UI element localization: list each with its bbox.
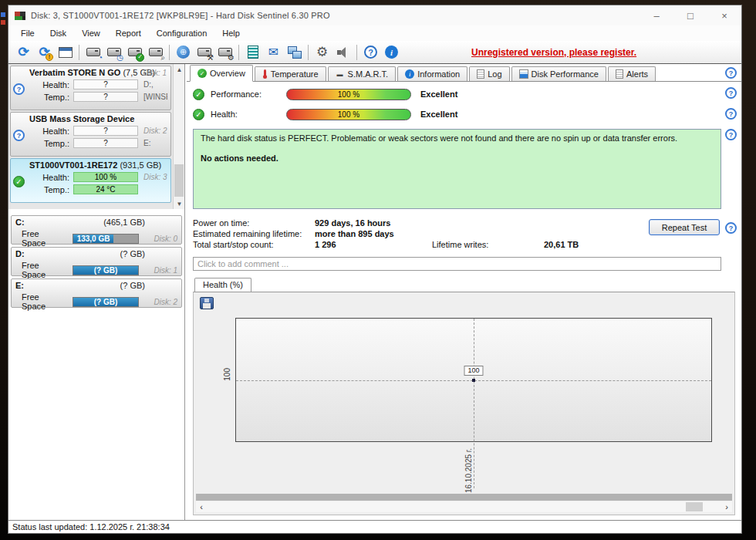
help-context-icon[interactable]: ? [725,129,737,140]
tab-smart[interactable]: ▬S.M.A.R.T. [328,66,397,81]
scrollbar-thumb[interactable] [174,164,184,197]
info-icon[interactable]: i [381,42,402,62]
disk-card-2[interactable]: USB Mass Storage Device ? Health:?Disk: … [10,112,171,157]
partition-card-d[interactable]: D:(? GB) Free Space (? GB) Disk: 1 [11,247,182,276]
document-icon [477,69,484,79]
network-disk-icon[interactable]: ⊕ [173,42,194,62]
help-context-icon[interactable]: ? [725,108,737,120]
help-context-icon[interactable]: ? [725,87,737,99]
health-gauge: 100 % [286,109,411,120]
disk-tools-icon[interactable]: ⚒ [194,42,214,62]
menu-help[interactable]: Help [214,27,248,39]
info-icon: i [405,69,414,79]
partition-card-c[interactable]: C:(465,1 GB) Free Space 133,0 GB Disk: 0 [11,215,182,245]
refresh-warning-icon[interactable]: ⟳! [34,42,55,62]
tab-log[interactable]: Log [469,66,509,81]
performance-label: Performance: [211,89,286,99]
save-chart-icon[interactable] [200,297,214,309]
sounds-icon[interactable] [332,42,353,62]
status-action-text: No actions needed. [201,154,714,163]
ok-status-icon: ✓ [193,109,204,120]
menu-view[interactable]: View [74,27,108,39]
chart-icon [519,69,528,79]
comment-input[interactable] [193,257,721,271]
toolbar: ⟳ ⟳! ◔ ◷ ✓ ⌕ ⊕ ⚒ ⚙ ✉ ⚙ ? i Unregistered … [8,41,741,64]
tab-bar: ✓Overview Temperature ▬S.M.A.R.T. iInfor… [187,64,741,82]
help-context-icon[interactable]: ? [725,67,737,79]
chart-plot-area: 100 [235,318,712,442]
question-status-icon[interactable]: ? [13,130,25,141]
mail-icon[interactable]: ✉ [263,42,284,62]
question-status-icon[interactable]: ? [13,83,25,95]
free-space-bar: (? GB) [73,265,139,275]
partition-card-e[interactable]: E:(? GB) Free Space (? GB) Disk: 2 [11,278,182,308]
menu-file[interactable]: File [13,27,42,39]
health-row: ✓ Health: 100 % Excellent [193,106,721,122]
performance-rating: Excellent [420,89,457,99]
data-point-label: 100 [464,366,483,376]
drive-letters: D:, [143,80,167,89]
settings-gear-icon[interactable]: ⚙ [312,42,332,62]
menu-configuration[interactable]: Configuration [149,27,214,39]
toolbar-separator [238,45,239,60]
chart-scrollbar[interactable]: ‹ › [196,501,732,512]
scroll-left-icon[interactable]: ‹ [196,501,207,512]
scroll-right-icon[interactable]: › [721,501,732,512]
menu-report[interactable]: Report [108,27,149,39]
free-space-bar: 133,0 GB [73,234,139,244]
disk-number-label: Disk: 2 [154,298,177,306]
minimize-button[interactable]: – [640,5,673,25]
document-icon [616,69,623,79]
disk-card-1[interactable]: Verbatim STORE N GO (7,5 GB) Disk: 1 ? H… [10,66,171,110]
disk-schedule-icon[interactable]: ◷ [103,42,124,62]
menu-disk[interactable]: Disk [42,27,74,39]
performance-gauge: 100 % [286,89,411,100]
log-notes-icon[interactable] [242,42,263,62]
power-on-value: 929 days, 16 hours [315,218,432,228]
tab-alerts[interactable]: Alerts [608,66,656,81]
temp-value: ? [73,138,138,148]
help-icon[interactable]: ? [360,42,381,62]
unregistered-link[interactable]: Unregistered version, please register. [471,47,636,58]
main-content: ? ? ? ? ? ✓Overview Temperature ▬S.M.A.R… [185,64,741,520]
scroll-up-icon[interactable]: ▲ [174,64,185,75]
close-button[interactable]: × [707,5,741,25]
tab-temperature[interactable]: Temperature [255,66,326,81]
repeat-test-button[interactable]: Repeat Test [649,219,720,235]
scroll-down-icon[interactable]: ▼ [174,198,185,209]
smart-icon: ▬ [336,69,345,79]
maximize-button[interactable]: □ [673,5,707,25]
chart-tab-health[interactable]: Health (%) [194,278,251,292]
help-context-icon[interactable]: ? [725,222,737,234]
data-point [472,379,475,382]
volume-label: [WINSETU [143,93,167,101]
disk-repair-icon[interactable]: ⚙ [214,42,235,62]
disk-clock-icon[interactable]: ◔ [83,42,103,62]
status-last-updated: Status last updated: 1.12.2025 г. 21:38:… [12,522,170,532]
health-rating: Excellent [420,110,457,119]
disk-ok-icon[interactable]: ✓ [124,42,145,62]
disk-card-3-selected[interactable]: ST1000VT001-1RE172 (931,5 GB) ✓ Health:1… [10,158,171,203]
scrollbar-thumb[interactable] [686,502,703,511]
tab-information[interactable]: iInformation [397,66,467,81]
title-bar[interactable]: Disk: 3, ST1000VT001-1RE172 [WKP8LR9E] -… [8,5,741,25]
health-chart-panel: Health (%) 100 100 16.10.2025 г. ‹ [193,277,735,515]
toolbar-separator [308,45,309,60]
health-value: ? [73,79,138,89]
report-icon[interactable] [55,42,76,62]
x-axis-tick: 16.10.2025 г. [464,448,473,493]
tab-disk-performance[interactable]: Disk Performance [511,66,606,81]
disk-list-scrollbar[interactable]: ▲ ▼ [173,64,184,209]
network-icon[interactable] [284,42,305,62]
status-text: The hard disk status is PERFECT. Problem… [201,133,714,143]
refresh-icon[interactable]: ⟳ [13,42,34,62]
health-label: Health: [211,110,286,119]
disk-number-label: Disk: 1 [154,266,177,275]
stats-block: Power on time:929 days, 16 hours Estimat… [193,218,721,250]
ok-status-icon: ✓ [193,89,204,100]
temp-bar: 24 °C [73,184,138,194]
performance-row: ✓ Performance: 100 % Excellent [193,86,721,102]
writes-value: 20,61 TB [544,240,579,249]
tab-overview[interactable]: ✓Overview [190,65,253,82]
disk-search-icon[interactable]: ⌕ [145,42,166,62]
